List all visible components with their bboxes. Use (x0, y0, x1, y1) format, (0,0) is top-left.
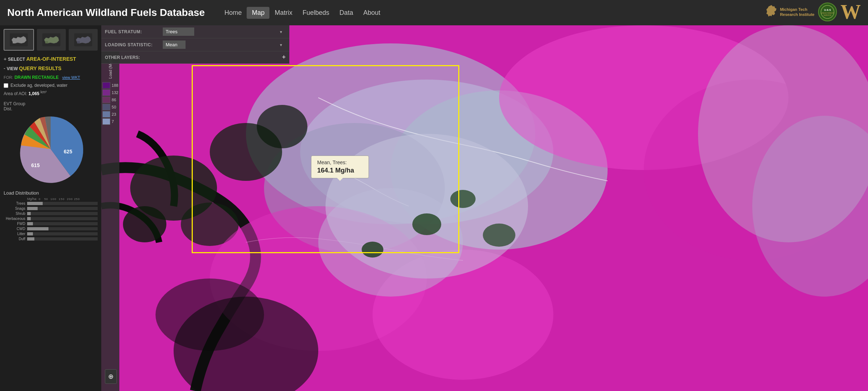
evt-label: EVT GroupDist. (4, 101, 98, 111)
thumb-terrain[interactable] (69, 29, 98, 51)
tooltip-title: Mean, Trees: (317, 160, 363, 165)
legend-value-50: 50 (112, 105, 116, 109)
svg-text:U·A·S: U·A·S (824, 9, 831, 11)
nav-fuelbeds[interactable]: Fuelbeds (297, 7, 334, 19)
wkt-link[interactable]: view WKT (62, 75, 80, 80)
evt-pie-chart: 625 615 (14, 113, 87, 185)
bar-track-snags (27, 207, 98, 210)
thumb-satellite[interactable] (37, 29, 66, 51)
select-aoi-section[interactable]: + SELECT AREA-OF-INTEREST (4, 56, 98, 62)
load-dist-label: Load Distribution (4, 190, 98, 196)
bar-cwd: CWD (4, 227, 98, 231)
legend-swatch-132 (102, 89, 110, 96)
area-line: Area of AOI: 1,065 km² (4, 90, 98, 96)
map-tooltip: Mean, Trees: 164.1 Mg/ha (311, 156, 369, 178)
nav-bar: Home Map Matrix Fuelbeds Data About (219, 7, 385, 19)
bar-track-trees (27, 202, 98, 205)
bar-fill-cwd (27, 227, 48, 230)
other-layers-row: OTHER LAYERS: + (101, 51, 289, 64)
nav-home[interactable]: Home (219, 7, 247, 19)
svg-rect-7 (45, 41, 48, 43)
loading-statistic-select[interactable]: Mean Median Min Max Std Dev (163, 41, 186, 49)
svg-point-35 (156, 279, 264, 351)
legend-swatch-7 (102, 118, 110, 125)
legend-tick-7: 7 (102, 118, 118, 125)
view-query-section[interactable]: - VIEW QUERY RESULTS (4, 65, 98, 72)
bar-track-cwd (27, 227, 98, 230)
map-location-button[interactable]: ⊕ (105, 369, 117, 384)
map-thumbnails (4, 29, 98, 51)
fuel-stratum-label: FUEL STRATUM: (105, 29, 163, 34)
aoi-text: AREA-OF-INTEREST (26, 56, 76, 62)
bar-fill-snags (27, 207, 38, 210)
exclude-checkbox[interactable] (4, 83, 8, 88)
aoi-type-label: DRAWN RECTANGLE (14, 75, 59, 80)
mtri-logo: Michigan TechResearch Institute (765, 4, 814, 20)
mgha-label: Mg/ha: 0 50 100 150 200 250 (4, 197, 98, 201)
bar-herbaceous: Herbaceous (4, 217, 98, 221)
bar-snags: Snags (4, 207, 98, 211)
map-controls: FUEL STRATUM: Trees Snags Shrub Herbaceo… (101, 25, 289, 64)
left-panel: + SELECT AREA-OF-INTEREST - VIEW QUERY R… (0, 25, 101, 391)
nav-map[interactable]: Map (247, 7, 269, 19)
legend-tick-50: 50 (102, 104, 118, 110)
bar-fill-fwd (27, 222, 33, 225)
query-text: QUERY RESULTS (19, 65, 61, 71)
header: North American Wildland Fuels Database H… (0, 0, 868, 25)
evt-section: EVT GroupDist. 625 615 (4, 101, 98, 185)
legend-value-132: 132 (112, 90, 118, 95)
map-area[interactable]: FUEL STRATUM: Trees Snags Shrub Herbaceo… (101, 25, 868, 391)
load-distribution: Load Distribution Mg/ha: 0 50 100 150 20… (4, 190, 98, 241)
nav-data[interactable]: Data (334, 7, 358, 19)
svg-text:SERVICE: SERVICE (824, 14, 832, 16)
bar-label-herbaceous: Herbaceous (4, 217, 27, 221)
bar-fill-shrub (27, 212, 31, 215)
legend-tick-132: 132 (102, 89, 118, 96)
svg-point-28 (412, 213, 441, 235)
select-text: SELECT (8, 57, 26, 62)
app-title: North American Wildland Fuels Database (7, 7, 205, 18)
bar-label-fwd: FWD (4, 222, 27, 226)
view-text: VIEW (7, 66, 19, 71)
legend-swatch-188 (102, 82, 110, 89)
bar-fill-herbaceous (27, 217, 31, 220)
logos-container: Michigan TechResearch Institute U·A·S US… (765, 2, 861, 22)
bar-fill-trees (27, 202, 43, 205)
add-layers-button[interactable]: + (282, 54, 286, 61)
bar-litter: Litter (4, 232, 98, 236)
legend-swatch-86 (102, 97, 110, 103)
exclude-label: Exclude ag, developed, water (10, 83, 67, 88)
exclude-checkbox-row[interactable]: Exclude ag, developed, water (4, 83, 98, 88)
bar-track-shrub (27, 212, 98, 215)
michigan-state-icon (765, 4, 778, 20)
plus-icon: + (4, 56, 8, 62)
svg-point-30 (362, 242, 383, 258)
map-background (101, 25, 868, 391)
bar-label-litter: Litter (4, 232, 27, 236)
legend-swatch-50 (102, 104, 110, 110)
legend-value-23: 23 (112, 112, 116, 116)
fuel-stratum-select[interactable]: Trees Snags Shrub Herbaceous FWD CWD Lit… (163, 27, 194, 36)
thumb-usa[interactable] (4, 29, 34, 51)
legend-tick-188: 188 (102, 82, 118, 89)
tooltip-value-number: 164.1 (317, 167, 333, 174)
nav-matrix[interactable]: Matrix (269, 7, 297, 19)
legend-swatch-23 (102, 111, 110, 118)
bar-fwd: FWD (4, 222, 98, 226)
legend-tick-23: 23 (102, 111, 118, 118)
nav-about[interactable]: About (358, 7, 386, 19)
legend: Load (Mg/ha) 188 132 86 50 23 (101, 51, 119, 391)
area-value: 1,065 (29, 91, 39, 96)
minus-icon: - (4, 65, 7, 71)
legend-value-7: 7 (112, 119, 114, 124)
bar-label-shrub: Shrub (4, 212, 27, 216)
usfs-logo: U·A·S USDA FOREST SERVICE (821, 5, 834, 19)
pie-chart: 625 615 (14, 113, 87, 185)
tooltip-value: 164.1 Mg/ha (317, 167, 363, 174)
other-layers-label: OTHER LAYERS: (105, 55, 282, 60)
w-logo: W (841, 2, 861, 22)
bar-track-litter (27, 232, 98, 235)
loading-statistic-row: LOADING STATISTIC: Mean Median Min Max S… (101, 38, 289, 51)
usfs-badge: U·A·S USDA FOREST SERVICE (818, 3, 837, 21)
loading-statistic-select-wrapper: Mean Median Min Max Std Dev (163, 41, 286, 49)
